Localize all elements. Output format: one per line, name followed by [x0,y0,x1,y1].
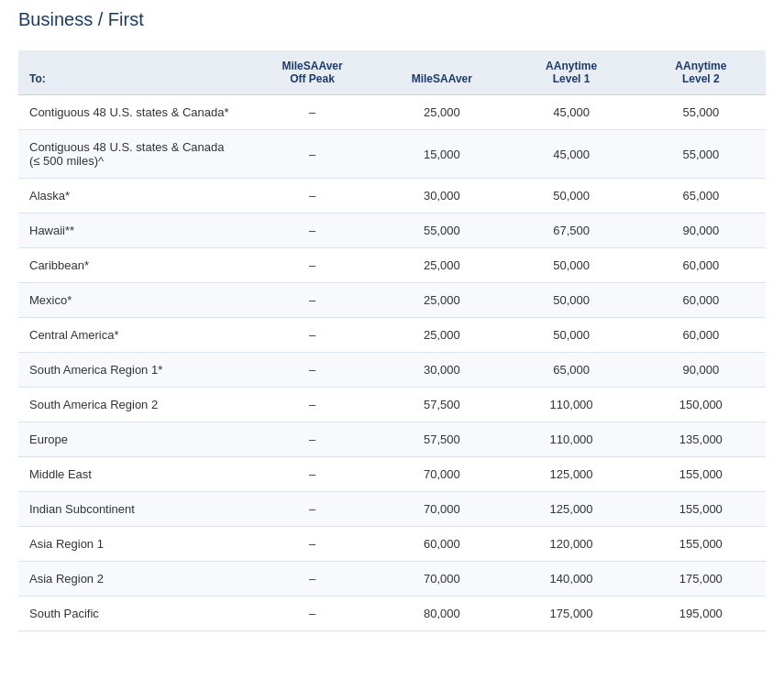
cell-aanytime1: 67,500 [506,214,635,248]
cell-milesaver: 25,000 [377,283,506,318]
cell-aanytime1: 50,000 [506,248,635,283]
page-container: Business / First To: MileSAAver Off Peak… [0,0,784,679]
table-row: Asia Region 1–60,000120,000155,000 [18,527,766,562]
cell-aanytime2: 175,000 [636,562,766,597]
cell-aanytime1: 110,000 [506,388,635,422]
table-row: Central America*–25,00050,00060,000 [18,318,766,353]
cell-aanytime2: 155,000 [636,457,766,492]
cell-milesaver-offpeak: – [248,457,377,492]
table-row: Contiguous 48 U.S. states & Canada*–25,0… [18,95,766,130]
cell-milesaver: 70,000 [377,492,506,527]
header-aanytime2-line2: Level 2 [682,72,720,85]
cell-aanytime2: 90,000 [636,214,766,248]
cell-aanytime1: 50,000 [506,283,635,318]
cell-destination: Alaska* [18,179,248,214]
cell-aanytime2: 155,000 [636,492,766,527]
cell-aanytime2: 90,000 [636,353,766,388]
cell-milesaver: 25,000 [377,318,506,353]
page-title: Business / First [18,9,766,36]
cell-milesaver-offpeak: – [248,353,377,388]
cell-milesaver-offpeak: – [248,527,377,562]
cell-aanytime2: 65,000 [636,179,766,214]
cell-destination: Asia Region 2 [18,562,248,597]
cell-aanytime2: 60,000 [636,318,766,353]
cell-aanytime1: 120,000 [506,527,635,562]
cell-milesaver: 15,000 [377,130,506,179]
cell-milesaver: 25,000 [377,95,506,130]
cell-milesaver-offpeak: – [248,597,377,631]
cell-aanytime2: 55,000 [636,95,766,130]
header-aanytime1: AAnytime Level 1 [506,50,635,95]
cell-milesaver-offpeak: – [248,318,377,353]
header-milesaver: MileSAAver [377,50,506,95]
cell-destination: Asia Region 1 [18,527,248,562]
table-row: Alaska*–30,00050,00065,000 [18,179,766,214]
cell-milesaver: 70,000 [377,562,506,597]
cell-destination: Europe [18,422,248,457]
cell-milesaver-offpeak: – [248,95,377,130]
table-row: Caribbean*–25,00050,00060,000 [18,248,766,283]
cell-destination: Contiguous 48 U.S. states & Canada (≤ 50… [18,130,248,179]
cell-milesaver-offpeak: – [248,422,377,457]
table-row: South Pacific–80,000175,000195,000 [18,597,766,631]
cell-milesaver: 30,000 [377,353,506,388]
cell-milesaver: 57,500 [377,422,506,457]
table-row: Asia Region 2–70,000140,000175,000 [18,562,766,597]
cell-destination: Hawaii** [18,214,248,248]
cell-aanytime1: 175,000 [506,597,635,631]
cell-milesaver: 80,000 [377,597,506,631]
cell-aanytime2: 60,000 [636,248,766,283]
cell-aanytime1: 50,000 [506,179,635,214]
header-aanytime1-line2: Level 1 [553,72,591,85]
header-aanytime1-line1: AAnytime [546,60,597,72]
table-header-row: To: MileSAAver Off Peak MileSAAver AAnyt… [18,50,766,95]
cell-aanytime2: 60,000 [636,283,766,318]
cell-aanytime2: 195,000 [636,597,766,631]
table-row: Middle East–70,000125,000155,000 [18,457,766,492]
header-milesaver-offpeak: MileSAAver Off Peak [248,50,377,95]
cell-destination: South America Region 1* [18,353,248,388]
cell-aanytime1: 140,000 [506,562,635,597]
cell-milesaver-offpeak: – [248,388,377,422]
cell-aanytime1: 50,000 [506,318,635,353]
cell-milesaver: 30,000 [377,179,506,214]
cell-milesaver: 57,500 [377,388,506,422]
award-table: To: MileSAAver Off Peak MileSAAver AAnyt… [18,50,766,631]
cell-destination: Middle East [18,457,248,492]
cell-milesaver-offpeak: – [248,130,377,179]
cell-milesaver: 55,000 [377,214,506,248]
cell-destination: Contiguous 48 U.S. states & Canada* [18,95,248,130]
cell-aanytime1: 45,000 [506,130,635,179]
cell-destination: Mexico* [18,283,248,318]
table-row: Contiguous 48 U.S. states & Canada (≤ 50… [18,130,766,179]
header-aanytime2: AAnytime Level 2 [636,50,766,95]
table-row: Europe–57,500110,000135,000 [18,422,766,457]
table-row: Indian Subcontinent–70,000125,000155,000 [18,492,766,527]
cell-aanytime2: 150,000 [636,388,766,422]
table-row: Mexico*–25,00050,00060,000 [18,283,766,318]
cell-aanytime2: 135,000 [636,422,766,457]
header-milesaver-line1: MileSAAver [412,72,472,85]
cell-destination: South America Region 2 [18,388,248,422]
header-milesaver-offpeak-line2: Off Peak [290,72,335,85]
cell-milesaver-offpeak: – [248,248,377,283]
cell-aanytime1: 65,000 [506,353,635,388]
cell-aanytime2: 55,000 [636,130,766,179]
cell-milesaver-offpeak: – [248,214,377,248]
cell-aanytime1: 125,000 [506,457,635,492]
cell-aanytime1: 110,000 [506,422,635,457]
cell-aanytime1: 45,000 [506,95,635,130]
cell-destination: Central America* [18,318,248,353]
header-milesaver-offpeak-line1: MileSAAver [282,60,342,72]
cell-milesaver: 70,000 [377,457,506,492]
table-row: South America Region 1*–30,00065,00090,0… [18,353,766,388]
cell-aanytime2: 155,000 [636,527,766,562]
cell-milesaver-offpeak: – [248,492,377,527]
cell-milesaver: 60,000 [377,527,506,562]
header-aanytime2-line1: AAnytime [675,60,726,72]
table-row: Hawaii**–55,00067,50090,000 [18,214,766,248]
cell-milesaver: 25,000 [377,248,506,283]
cell-destination: Caribbean* [18,248,248,283]
cell-milesaver-offpeak: – [248,562,377,597]
cell-milesaver-offpeak: – [248,283,377,318]
